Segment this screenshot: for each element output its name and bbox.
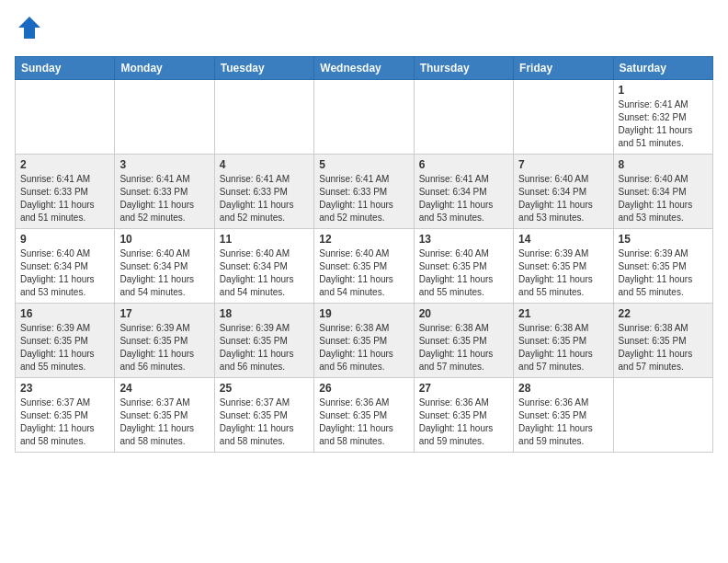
day-number: 13 <box>419 233 508 246</box>
day-info: Sunrise: 6:37 AM Sunset: 6:35 PM Dayligh… <box>20 396 109 448</box>
day-number: 23 <box>20 382 109 395</box>
calendar-cell: 26Sunrise: 6:36 AM Sunset: 6:35 PM Dayli… <box>314 378 414 453</box>
calendar-cell: 7Sunrise: 6:40 AM Sunset: 6:34 PM Daylig… <box>514 155 613 229</box>
calendar-cell: 9Sunrise: 6:40 AM Sunset: 6:34 PM Daylig… <box>16 229 115 304</box>
day-number: 16 <box>20 307 109 320</box>
calendar-week-1: 1Sunrise: 6:41 AM Sunset: 6:32 PM Daylig… <box>16 80 713 155</box>
calendar-cell: 8Sunrise: 6:40 AM Sunset: 6:34 PM Daylig… <box>613 155 712 229</box>
calendar-cell: 22Sunrise: 6:38 AM Sunset: 6:35 PM Dayli… <box>613 304 712 378</box>
calendar-cell: 14Sunrise: 6:39 AM Sunset: 6:35 PM Dayli… <box>514 229 613 304</box>
day-number: 25 <box>220 382 309 395</box>
day-info: Sunrise: 6:41 AM Sunset: 6:33 PM Dayligh… <box>220 173 309 224</box>
calendar-cell: 21Sunrise: 6:38 AM Sunset: 6:35 PM Dayli… <box>514 304 613 378</box>
calendar-cell: 4Sunrise: 6:41 AM Sunset: 6:33 PM Daylig… <box>214 155 313 229</box>
calendar-cell: 23Sunrise: 6:37 AM Sunset: 6:35 PM Dayli… <box>16 378 115 453</box>
day-number: 8 <box>619 158 708 171</box>
weekday-header-thursday: Thursday <box>414 57 513 80</box>
day-number: 17 <box>119 307 209 320</box>
day-info: Sunrise: 6:40 AM Sunset: 6:34 PM Dayligh… <box>518 173 608 224</box>
calendar-cell <box>613 378 712 453</box>
weekday-header-wednesday: Wednesday <box>314 57 414 80</box>
day-info: Sunrise: 6:37 AM Sunset: 6:35 PM Dayligh… <box>220 396 309 448</box>
day-number: 2 <box>20 158 109 171</box>
day-number: 10 <box>119 233 209 246</box>
calendar-cell: 15Sunrise: 6:39 AM Sunset: 6:35 PM Dayli… <box>613 229 712 304</box>
calendar-cell: 16Sunrise: 6:39 AM Sunset: 6:35 PM Dayli… <box>16 304 115 378</box>
day-info: Sunrise: 6:41 AM Sunset: 6:34 PM Dayligh… <box>419 173 508 224</box>
calendar-cell <box>314 80 414 155</box>
calendar-cell: 3Sunrise: 6:41 AM Sunset: 6:33 PM Daylig… <box>115 155 214 229</box>
day-number: 24 <box>119 382 209 395</box>
calendar-week-3: 9Sunrise: 6:40 AM Sunset: 6:34 PM Daylig… <box>16 229 713 304</box>
calendar-cell: 2Sunrise: 6:41 AM Sunset: 6:33 PM Daylig… <box>16 155 115 229</box>
day-number: 26 <box>319 382 408 395</box>
day-number: 15 <box>619 233 708 246</box>
svg-marker-0 <box>18 17 40 39</box>
day-number: 14 <box>518 233 608 246</box>
weekday-header-sunday: Sunday <box>16 57 115 80</box>
calendar-cell <box>414 80 513 155</box>
day-number: 6 <box>419 158 508 171</box>
day-number: 9 <box>20 233 109 246</box>
page-header <box>15 15 713 45</box>
day-info: Sunrise: 6:41 AM Sunset: 6:33 PM Dayligh… <box>319 173 408 224</box>
day-number: 1 <box>619 84 708 97</box>
calendar-week-2: 2Sunrise: 6:41 AM Sunset: 6:33 PM Daylig… <box>16 155 713 229</box>
day-info: Sunrise: 6:39 AM Sunset: 6:35 PM Dayligh… <box>220 322 309 373</box>
day-info: Sunrise: 6:40 AM Sunset: 6:34 PM Dayligh… <box>619 173 708 224</box>
day-info: Sunrise: 6:39 AM Sunset: 6:35 PM Dayligh… <box>619 247 708 299</box>
calendar-cell: 12Sunrise: 6:40 AM Sunset: 6:35 PM Dayli… <box>314 229 414 304</box>
day-info: Sunrise: 6:40 AM Sunset: 6:35 PM Dayligh… <box>419 247 508 299</box>
calendar-cell: 28Sunrise: 6:36 AM Sunset: 6:35 PM Dayli… <box>514 378 613 453</box>
calendar-week-4: 16Sunrise: 6:39 AM Sunset: 6:35 PM Dayli… <box>16 304 713 378</box>
day-info: Sunrise: 6:41 AM Sunset: 6:32 PM Dayligh… <box>619 98 708 150</box>
day-info: Sunrise: 6:36 AM Sunset: 6:35 PM Dayligh… <box>518 396 608 448</box>
weekday-header-saturday: Saturday <box>613 57 712 80</box>
day-number: 7 <box>518 158 608 171</box>
calendar-cell: 11Sunrise: 6:40 AM Sunset: 6:34 PM Dayli… <box>214 229 313 304</box>
logo <box>15 15 42 45</box>
calendar-cell <box>514 80 613 155</box>
calendar-cell: 6Sunrise: 6:41 AM Sunset: 6:34 PM Daylig… <box>414 155 513 229</box>
day-info: Sunrise: 6:39 AM Sunset: 6:35 PM Dayligh… <box>20 322 109 373</box>
calendar-cell: 18Sunrise: 6:39 AM Sunset: 6:35 PM Dayli… <box>214 304 313 378</box>
calendar-cell: 13Sunrise: 6:40 AM Sunset: 6:35 PM Dayli… <box>414 229 513 304</box>
calendar-cell <box>115 80 214 155</box>
day-number: 5 <box>319 158 408 171</box>
calendar-cell <box>214 80 313 155</box>
calendar-cell: 19Sunrise: 6:38 AM Sunset: 6:35 PM Dayli… <box>314 304 414 378</box>
day-number: 18 <box>220 307 309 320</box>
day-number: 20 <box>419 307 508 320</box>
day-info: Sunrise: 6:39 AM Sunset: 6:35 PM Dayligh… <box>518 247 608 299</box>
day-number: 27 <box>419 382 508 395</box>
day-info: Sunrise: 6:40 AM Sunset: 6:35 PM Dayligh… <box>319 247 408 299</box>
day-info: Sunrise: 6:41 AM Sunset: 6:33 PM Dayligh… <box>119 173 209 224</box>
day-number: 12 <box>319 233 408 246</box>
day-info: Sunrise: 6:40 AM Sunset: 6:34 PM Dayligh… <box>119 247 209 299</box>
day-info: Sunrise: 6:38 AM Sunset: 6:35 PM Dayligh… <box>518 322 608 373</box>
day-info: Sunrise: 6:37 AM Sunset: 6:35 PM Dayligh… <box>119 396 209 448</box>
day-info: Sunrise: 6:36 AM Sunset: 6:35 PM Dayligh… <box>319 396 408 448</box>
day-info: Sunrise: 6:39 AM Sunset: 6:35 PM Dayligh… <box>119 322 209 373</box>
calendar-header-row: SundayMondayTuesdayWednesdayThursdayFrid… <box>16 57 713 80</box>
day-number: 28 <box>518 382 608 395</box>
day-info: Sunrise: 6:38 AM Sunset: 6:35 PM Dayligh… <box>319 322 408 373</box>
day-number: 3 <box>119 158 209 171</box>
day-info: Sunrise: 6:40 AM Sunset: 6:34 PM Dayligh… <box>220 247 309 299</box>
calendar-cell: 10Sunrise: 6:40 AM Sunset: 6:34 PM Dayli… <box>115 229 214 304</box>
weekday-header-friday: Friday <box>514 57 613 80</box>
day-number: 21 <box>518 307 608 320</box>
day-number: 4 <box>220 158 309 171</box>
calendar-cell: 27Sunrise: 6:36 AM Sunset: 6:35 PM Dayli… <box>414 378 513 453</box>
day-number: 11 <box>220 233 309 246</box>
calendar-cell: 24Sunrise: 6:37 AM Sunset: 6:35 PM Dayli… <box>115 378 214 453</box>
day-info: Sunrise: 6:40 AM Sunset: 6:34 PM Dayligh… <box>20 247 109 299</box>
calendar-cell: 20Sunrise: 6:38 AM Sunset: 6:35 PM Dayli… <box>414 304 513 378</box>
calendar-cell: 1Sunrise: 6:41 AM Sunset: 6:32 PM Daylig… <box>613 80 712 155</box>
calendar-table: SundayMondayTuesdayWednesdayThursdayFrid… <box>15 56 713 453</box>
day-info: Sunrise: 6:38 AM Sunset: 6:35 PM Dayligh… <box>619 322 708 373</box>
day-info: Sunrise: 6:41 AM Sunset: 6:33 PM Dayligh… <box>20 173 109 224</box>
calendar-week-5: 23Sunrise: 6:37 AM Sunset: 6:35 PM Dayli… <box>16 378 713 453</box>
day-number: 19 <box>319 307 408 320</box>
day-number: 22 <box>619 307 708 320</box>
